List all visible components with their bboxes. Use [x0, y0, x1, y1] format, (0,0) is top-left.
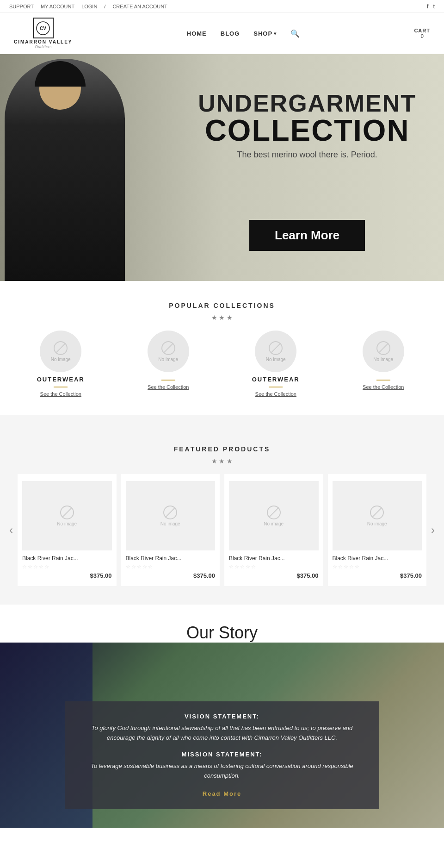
svg-text:CV: CV	[40, 26, 46, 31]
product-price-2: $375.00	[193, 572, 215, 579]
product-card-1[interactable]: No image Black River Rain Jac... ☆☆☆☆☆ $…	[18, 474, 117, 586]
product-price-4: $375.00	[400, 572, 422, 579]
product-no-image-icon-3	[267, 506, 281, 519]
nav-home[interactable]: HOME	[187, 30, 207, 37]
product-image-1: No image	[22, 481, 112, 550]
no-image-label-1: No image	[51, 357, 71, 362]
product-no-image-icon-4	[370, 506, 384, 519]
hero-content: UNDERGARMENT COLLECTION The best merino …	[198, 91, 416, 251]
hero-cta-button[interactable]: Learn More	[249, 220, 365, 251]
hero-subtitle: The best merino wool there is. Period.	[198, 150, 416, 160]
story-overlay: VISION STATEMENT: To glorify God through…	[65, 701, 379, 809]
carousel-prev-arrow[interactable]: ‹	[5, 519, 18, 541]
product-price-3: $375.00	[297, 572, 319, 579]
product-no-image-label-2: No image	[160, 521, 180, 526]
collection-link-4[interactable]: See the Collection	[363, 384, 404, 390]
product-image-4: No image	[333, 481, 422, 550]
cart-count: 0	[421, 33, 424, 39]
product-stars-1: ☆☆☆☆☆	[22, 564, 50, 570]
collection-divider-4	[376, 380, 390, 381]
cart-button[interactable]: CART 0	[414, 28, 430, 39]
collection-link-2[interactable]: See the Collection	[148, 384, 189, 390]
no-image-label-3: No image	[266, 357, 286, 362]
product-no-image-label-3: No image	[264, 521, 284, 526]
twitter-icon[interactable]: t	[433, 3, 435, 10]
collection-no-image-1: No image	[40, 331, 81, 372]
popular-collections-section: POPULAR COLLECTIONS ★ ★ ★ No image OUTER…	[0, 281, 444, 415]
featured-products-dots: ★ ★ ★	[0, 457, 444, 465]
login-link[interactable]: LOGIN	[81, 4, 97, 9]
collection-divider-2	[161, 380, 175, 381]
nav-blog[interactable]: BLOG	[221, 30, 240, 37]
featured-products-section: FEATURED PRODUCTS ★ ★ ★ ‹ No image Black…	[0, 415, 444, 605]
product-price-1: $375.00	[90, 572, 112, 579]
product-no-image-icon-2	[163, 506, 177, 519]
product-image-3: No image	[229, 481, 319, 550]
collection-item-4: No image See the Collection	[332, 331, 435, 397]
logo-symbol: CV	[33, 18, 54, 38]
product-name-3: Black River Rain Jac...	[229, 555, 285, 562]
product-image-2: No image	[126, 481, 216, 550]
support-link[interactable]: SUPPORT	[9, 4, 34, 9]
facebook-icon[interactable]: f	[427, 3, 429, 10]
separator: /	[104, 4, 105, 9]
header: CV CIMARRON VALLEY Outfitters HOME BLOG …	[0, 13, 444, 54]
product-card-3[interactable]: No image Black River Rain Jac... ☆☆☆☆☆ $…	[224, 474, 323, 586]
collection-name-1: OUTERWEAR	[37, 376, 85, 383]
popular-collections-title: POPULAR COLLECTIONS	[9, 286, 435, 314]
product-stars-3: ☆☆☆☆☆	[229, 564, 257, 570]
product-card-4[interactable]: No image Black River Rain Jac... ☆☆☆☆☆ $…	[328, 474, 427, 586]
hero-title-line2: COLLECTION	[198, 115, 416, 145]
logo-sub: Outfitters	[35, 44, 52, 49]
collection-divider-3	[269, 387, 283, 387]
collection-item-1: No image OUTERWEAR See the Collection	[9, 331, 112, 397]
top-bar: SUPPORT MY ACCOUNT LOGIN / CREATE AN ACC…	[0, 0, 444, 13]
product-stars-2: ☆☆☆☆☆	[126, 564, 154, 570]
mission-statement-label: MISSION STATEMENT:	[81, 751, 363, 758]
collections-grid: No image OUTERWEAR See the Collection No…	[9, 331, 435, 397]
collection-link-3[interactable]: See the Collection	[255, 391, 296, 397]
no-image-icon-1	[54, 341, 68, 355]
our-story-section: Our Story VISION STATEMENT: To glorify G…	[0, 605, 444, 828]
no-image-icon-3	[269, 341, 283, 355]
vision-statement-text: To glorify God through intentional stewa…	[81, 724, 363, 743]
no-image-label-4: No image	[373, 357, 393, 362]
products-grid: No image Black River Rain Jac... ☆☆☆☆☆ $…	[18, 474, 426, 586]
mission-statement-text: To leverage sustainable business as a me…	[81, 762, 363, 781]
collection-name-3: OUTERWEAR	[252, 376, 300, 383]
collection-divider-1	[54, 387, 68, 387]
collection-item-2: No image See the Collection	[117, 331, 220, 397]
hero-banner: UNDERGARMENT COLLECTION The best merino …	[0, 54, 444, 281]
main-nav: HOME BLOG SHOP 🔍	[187, 29, 300, 38]
product-name-4: Black River Rain Jac...	[333, 555, 388, 562]
collection-no-image-4: No image	[363, 331, 404, 372]
product-no-image-label-1: No image	[57, 521, 77, 526]
featured-products-title: FEATURED PRODUCTS	[0, 429, 444, 457]
create-account-link[interactable]: CREATE AN ACCOUNT	[112, 4, 167, 9]
search-icon[interactable]: 🔍	[290, 29, 300, 38]
product-no-image-icon-1	[60, 506, 74, 519]
hero-title-line1: UNDERGARMENT	[198, 91, 416, 115]
collection-no-image-3: No image	[255, 331, 296, 372]
product-no-image-label-4: No image	[367, 521, 387, 526]
nav-shop[interactable]: SHOP	[253, 30, 277, 37]
logo-svg: CV	[36, 21, 50, 36]
product-name-1: Black River Rain Jac...	[22, 555, 78, 562]
popular-collections-dots: ★ ★ ★	[9, 314, 435, 321]
collection-link-1[interactable]: See the Collection	[40, 391, 81, 397]
hero-person-area	[0, 54, 134, 281]
product-name-2: Black River Rain Jac...	[126, 555, 182, 562]
no-image-icon-4	[376, 341, 390, 355]
featured-carousel: ‹ No image Black River Rain Jac... ☆☆☆☆☆…	[0, 474, 444, 586]
my-account-link[interactable]: MY ACCOUNT	[41, 4, 74, 9]
story-image-area: VISION STATEMENT: To glorify God through…	[0, 643, 444, 828]
social-links: f t	[427, 3, 435, 10]
no-image-label-2: No image	[158, 357, 178, 362]
logo[interactable]: CV CIMARRON VALLEY Outfitters	[14, 18, 72, 49]
carousel-next-arrow[interactable]: ›	[426, 519, 439, 541]
collection-item-3: No image OUTERWEAR See the Collection	[224, 331, 327, 397]
cart-label: CART	[414, 28, 430, 33]
read-more-button[interactable]: Read More	[203, 790, 241, 797]
product-card-2[interactable]: No image Black River Rain Jac... ☆☆☆☆☆ $…	[121, 474, 220, 586]
top-bar-links: SUPPORT MY ACCOUNT LOGIN / CREATE AN ACC…	[9, 4, 167, 9]
